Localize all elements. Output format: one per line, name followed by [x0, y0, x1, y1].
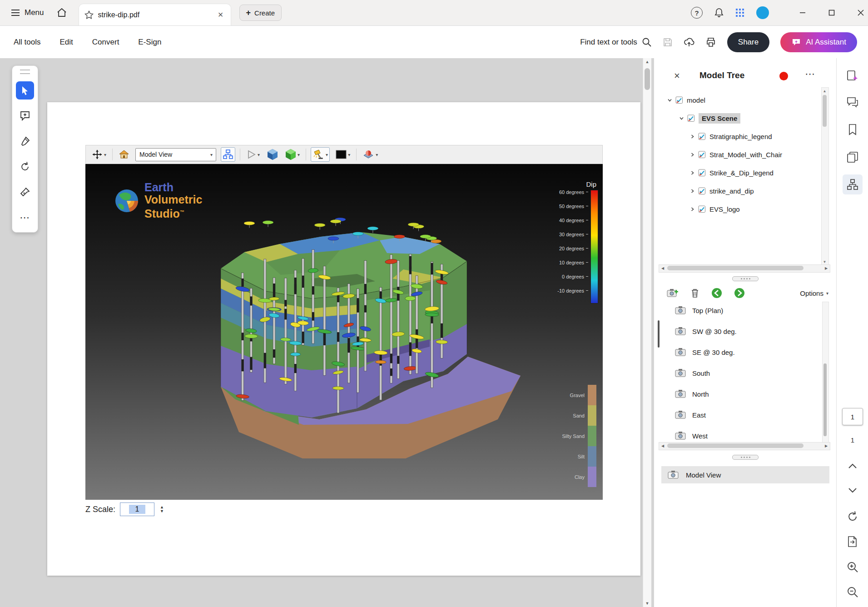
tree-node-strike-and-dip[interactable]: strike_and_dip: [654, 182, 820, 200]
page-number-input[interactable]: 1: [842, 408, 863, 425]
scroll-left-icon[interactable]: ◀: [659, 265, 666, 271]
scroll-down-icon[interactable]: ▼: [643, 600, 651, 607]
chevron-down-icon[interactable]: [667, 98, 672, 103]
node-checkbox-icon[interactable]: [698, 133, 706, 140]
tree-node-model[interactable]: model: [654, 91, 820, 109]
scroll-right-icon[interactable]: ▶: [823, 443, 830, 449]
minimize-button[interactable]: [799, 9, 806, 16]
tree-vertical-scrollbar[interactable]: ▲ ▼: [821, 87, 829, 265]
apps-button[interactable]: [735, 8, 744, 17]
views-vertical-scrollbar[interactable]: [822, 302, 829, 445]
convert-menu[interactable]: Convert: [92, 38, 119, 47]
node-checkbox-icon[interactable]: [698, 187, 706, 195]
save-button[interactable]: [663, 37, 673, 47]
view-item-sw-30[interactable]: SW @ 30 deg.: [654, 321, 820, 342]
ai-assistant-panel-button[interactable]: [843, 66, 863, 86]
fill-sign-tool-button[interactable]: [16, 183, 34, 201]
next-view-button[interactable]: [734, 288, 745, 299]
scroll-up-icon[interactable]: ▲: [643, 58, 651, 65]
projection-button[interactable]: ▾: [284, 147, 301, 162]
chevron-right-icon[interactable]: [689, 207, 695, 212]
comments-panel-button[interactable]: [843, 92, 863, 112]
maximize-button[interactable]: [828, 9, 835, 16]
close-window-button[interactable]: [857, 9, 864, 16]
chevron-right-icon[interactable]: [689, 189, 695, 194]
zoom-out-button[interactable]: [843, 582, 863, 602]
ai-assistant-button[interactable]: AI Assistant: [780, 32, 857, 52]
view-item-north[interactable]: North: [654, 383, 820, 404]
scrollbar-thumb[interactable]: [645, 68, 650, 90]
panel-options-icon[interactable]: ⋯: [805, 68, 816, 80]
document-tab[interactable]: strike-dip.pdf ×: [79, 4, 231, 25]
share-button[interactable]: Share: [727, 32, 769, 52]
tree-horizontal-scrollbar[interactable]: ◀ ▶: [659, 264, 830, 273]
panel-splitter[interactable]: [654, 275, 837, 282]
cross-section-button[interactable]: ▾: [361, 148, 379, 161]
chevron-right-icon[interactable]: [689, 134, 695, 139]
help-button[interactable]: ?: [691, 7, 703, 19]
background-color-button[interactable]: ▾: [334, 149, 352, 160]
model-tree-toggle-button[interactable]: [221, 147, 235, 162]
view-mode-select[interactable]: Model View ▾: [135, 148, 216, 161]
node-checkbox-icon[interactable]: [698, 151, 706, 159]
rotate-page-button[interactable]: [843, 507, 863, 527]
bookmarks-panel-button[interactable]: [843, 119, 863, 139]
edit-menu[interactable]: Edit: [60, 38, 73, 47]
scrollbar-thumb[interactable]: [823, 363, 827, 436]
chevron-right-icon[interactable]: [689, 170, 695, 175]
scroll-right-icon[interactable]: ▶: [823, 265, 830, 271]
menu-button[interactable]: Menu: [11, 8, 44, 17]
tree-node-strike-dip-legend[interactable]: Strike_&_Dip_legend: [654, 164, 820, 182]
account-avatar[interactable]: [756, 6, 769, 19]
print-icon[interactable]: [705, 37, 716, 47]
splitter-handle[interactable]: [732, 276, 759, 281]
add-comment-tool-button[interactable]: [16, 107, 34, 125]
view-item-east[interactable]: East: [654, 404, 820, 425]
z-scale-input[interactable]: 1: [120, 503, 154, 516]
scroll-up-icon[interactable]: ▲: [822, 88, 828, 94]
attachments-panel-button[interactable]: [843, 147, 863, 167]
star-icon[interactable]: [84, 10, 94, 20]
tree-node-strat-model[interactable]: Strat_Model_with_Chair: [654, 145, 820, 164]
close-panel-icon[interactable]: ×: [674, 70, 680, 82]
next-page-button[interactable]: [843, 480, 863, 500]
notifications-button[interactable]: [714, 8, 724, 18]
scrollbar-thumb[interactable]: [823, 95, 827, 127]
chevron-down-icon[interactable]: [679, 116, 684, 121]
render-mode-button[interactable]: [266, 147, 279, 162]
create-button[interactable]: + Create: [239, 5, 282, 21]
splitter-handle[interactable]: [732, 455, 759, 460]
play-animation-button[interactable]: ▾: [245, 148, 261, 161]
tree-node-evs-logo[interactable]: EVS_logo: [654, 200, 820, 218]
more-tools-button[interactable]: ⋯: [16, 209, 34, 227]
node-checkbox-icon[interactable]: [698, 205, 706, 213]
add-view-button[interactable]: [667, 288, 679, 298]
view-item-south[interactable]: South: [654, 363, 820, 383]
panel-splitter[interactable]: [654, 454, 837, 460]
node-checkbox-icon[interactable]: [687, 114, 695, 122]
scroll-down-icon[interactable]: ▼: [822, 259, 828, 265]
z-scale-decrement-icon[interactable]: ▼: [160, 509, 164, 513]
zoom-in-button[interactable]: [843, 557, 863, 577]
lighting-button[interactable]: ▾: [311, 147, 330, 162]
tree-node-stratigraphic-legend[interactable]: Stratigraphic_legend: [654, 127, 820, 145]
tab-close-icon[interactable]: ×: [216, 10, 225, 20]
red-status-dot[interactable]: [779, 72, 788, 80]
model-tree-panel-button[interactable]: [843, 174, 863, 194]
all-tools-menu[interactable]: All tools: [14, 38, 41, 47]
scroll-left-icon[interactable]: ◀: [659, 443, 666, 449]
previous-page-button[interactable]: [843, 456, 863, 476]
scrollbar-thumb[interactable]: [667, 443, 804, 448]
select-tool-button[interactable]: [16, 81, 34, 100]
tree-node-evs-scene[interactable]: EVS Scene: [654, 109, 820, 127]
active-view-bar[interactable]: Model View: [661, 466, 829, 483]
fit-page-button[interactable]: [843, 532, 863, 552]
view-item-se-30[interactable]: SE @ 30 deg.: [654, 342, 820, 363]
highlight-tool-button[interactable]: [16, 132, 34, 150]
pan-tool-button[interactable]: ▾: [90, 148, 108, 161]
views-horizontal-scrollbar[interactable]: ◀ ▶: [659, 442, 830, 450]
chevron-right-icon[interactable]: [689, 152, 695, 157]
views-options-button[interactable]: Options ▾: [800, 289, 828, 297]
node-checkbox-icon[interactable]: [698, 169, 706, 177]
document-scrollbar[interactable]: ▲ ▼: [643, 58, 651, 607]
